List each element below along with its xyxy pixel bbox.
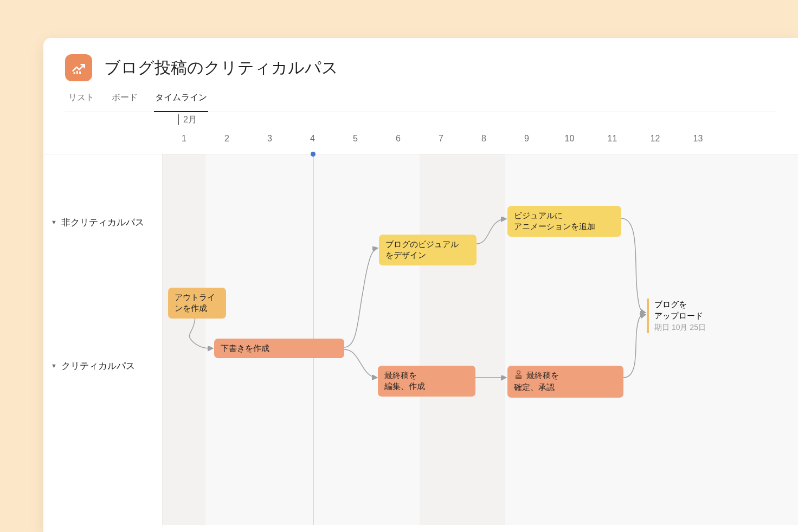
day-col: 8: [462, 128, 505, 154]
project-icon: [65, 54, 92, 81]
project-title: ブログ投稿のクリティカルパス: [104, 57, 338, 79]
task-line: ブログのビジュアル: [385, 239, 459, 249]
day-col: 9: [505, 128, 548, 154]
task-animate-visual[interactable]: ビジュアルに アニメーションを追加: [507, 206, 621, 237]
task-line: アニメーションを追加: [514, 222, 595, 231]
task-line: 最終稿を: [526, 371, 559, 380]
day-col: 10: [548, 128, 591, 154]
day-bg-weekend: [462, 154, 505, 525]
task-line: 編集、作成: [384, 381, 425, 391]
day-col: 2: [205, 128, 248, 154]
day-col: 4: [291, 128, 334, 154]
task-line: 確定、承認: [514, 382, 555, 392]
title-row: ブログ投稿のクリティカルパス: [65, 54, 776, 81]
task-line: をデザイン: [385, 250, 426, 259]
task-line: ンを作成: [175, 303, 207, 313]
day-col: 7: [420, 128, 462, 154]
month-label: 2月: [178, 114, 197, 125]
task-outline[interactable]: アウトライ ンを作成: [168, 288, 226, 319]
day-bg: [634, 154, 677, 525]
section-label: 非クリティカルパス: [61, 216, 144, 229]
task-line: 最終稿を: [384, 371, 417, 380]
day-col: 1: [163, 128, 205, 154]
day-col: 6: [377, 128, 420, 154]
app-window: ブログ投稿のクリティカルパス リスト ボード タイムライン 2月 1 2 3 4…: [43, 38, 798, 532]
timeline-body: 2月 1 2 3 4 5 6 7 8 9 10 11 12 13 ▼ 非クリティ…: [43, 112, 798, 525]
milestone-line: ブログを: [654, 299, 706, 310]
stamp-icon: [514, 370, 523, 382]
today-dot-icon: [311, 152, 316, 157]
chart-growth-icon: [71, 60, 86, 75]
month-row: 2月: [43, 112, 798, 128]
day-bg: [377, 154, 420, 525]
section-column: ▼ 非クリティカルパス ▼ クリティカルパス: [43, 154, 163, 525]
days-header: 1 2 3 4 5 6 7 8 9 10 11 12 13: [43, 128, 798, 154]
svg-rect-2: [79, 72, 81, 74]
day-bg-weekend: [163, 154, 205, 525]
chevron-down-icon: ▼: [51, 219, 57, 225]
section-label: クリティカルパス: [61, 360, 135, 372]
timeline-content: ▼ 非クリティカルパス ▼ クリティカルパス: [43, 154, 798, 525]
svg-rect-1: [76, 71, 78, 74]
tab-timeline[interactable]: タイムライン: [154, 92, 208, 112]
tab-list[interactable]: リスト: [67, 92, 95, 112]
task-approve-final[interactable]: 最終稿を 確定、承認: [507, 366, 623, 398]
task-design-visual[interactable]: ブログのビジュアル をデザイン: [379, 235, 477, 265]
day-bg-weekend: [420, 154, 462, 525]
task-edit-final[interactable]: 最終稿を 編集、作成: [378, 366, 475, 397]
timeline-grid[interactable]: ブログのビジュアル をデザイン ビジュアルに アニメーションを追加 アウトライ …: [163, 154, 798, 525]
task-line: アウトライ: [175, 293, 215, 302]
svg-rect-0: [74, 72, 75, 74]
milestone-line: アップロード: [654, 310, 706, 321]
task-line: ビジュアルに: [514, 211, 563, 220]
view-tabs: リスト ボード タイムライン: [65, 92, 776, 112]
tab-board[interactable]: ボード: [111, 92, 139, 112]
milestone-due: 期日 10月 25日: [654, 322, 706, 333]
task-draft[interactable]: 下書きを作成: [214, 339, 344, 358]
section-critical[interactable]: ▼ クリティカルパス: [43, 279, 162, 442]
day-col: 11: [591, 128, 634, 154]
day-bg: [677, 154, 719, 525]
section-noncritical[interactable]: ▼ 非クリティカルパス: [43, 154, 162, 279]
day-col: 12: [634, 128, 677, 154]
day-col: 3: [248, 128, 291, 154]
section-sidebar-spacer: [43, 128, 163, 154]
header: ブログ投稿のクリティカルパス リスト ボード タイムライン: [43, 38, 798, 112]
day-col: 13: [677, 128, 719, 154]
chevron-down-icon: ▼: [51, 362, 57, 369]
day-col: 5: [334, 128, 377, 154]
task-line: 下書きを作成: [221, 343, 269, 353]
milestone-upload[interactable]: ブログを アップロード 期日 10月 25日: [647, 299, 706, 333]
